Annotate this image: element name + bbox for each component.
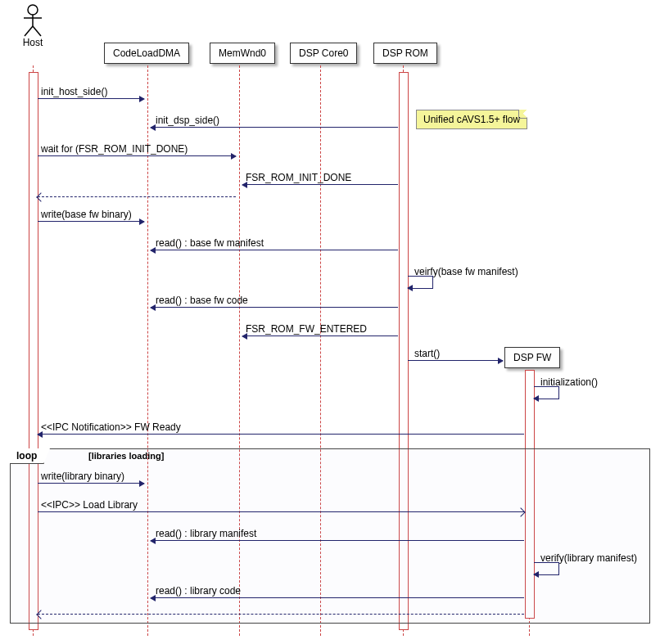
msg-fsr-fw-entered: FSR_ROM_FW_ENTERED xyxy=(246,323,367,335)
arrow xyxy=(242,336,398,336)
msg-start: start() xyxy=(414,348,440,359)
msg-fw-ready: <<IPC Notification>> FW Ready xyxy=(41,421,181,433)
participant-dsprom: DSP ROM xyxy=(373,43,437,64)
participant-dspfw: DSP FW xyxy=(504,347,560,368)
actor-host: Host xyxy=(16,4,49,48)
arrow xyxy=(151,250,398,250)
svg-line-4 xyxy=(33,26,41,36)
arrow xyxy=(151,597,524,598)
msg-wait-for: wait for (FSR_ROM_INIT_DONE) xyxy=(41,143,188,155)
arrow-async xyxy=(38,511,524,512)
arrow xyxy=(38,483,144,484)
arrow xyxy=(38,155,236,156)
msg-fsr-rom-init-done: FSR_ROM_INIT_DONE xyxy=(246,172,351,183)
msg-load-library: <<IPC>> Load Library xyxy=(41,499,138,511)
msg-write-library: write(library binary) xyxy=(41,471,124,482)
participant-codeloaddma: CodeLoadDMA xyxy=(104,43,189,64)
arrow xyxy=(151,307,398,308)
loop-title: [libraries loading] xyxy=(88,451,164,461)
arrow xyxy=(38,98,144,99)
msg-write-base-fw: write(base fw binary) xyxy=(41,209,132,220)
selfcall xyxy=(534,386,559,399)
selfcall xyxy=(408,276,433,289)
arrow xyxy=(38,434,524,435)
actor-label: Host xyxy=(16,37,49,48)
arrow-return xyxy=(38,196,236,197)
arrow xyxy=(408,360,503,361)
note: Unified cAVS1.5+ flow xyxy=(416,110,527,129)
arrow xyxy=(151,127,398,128)
msg-read-manifest: read() : base fw manifest xyxy=(156,237,264,249)
svg-point-0 xyxy=(28,5,38,15)
arrow xyxy=(242,184,398,185)
selfcall xyxy=(534,562,559,575)
participant-memwnd0: MemWnd0 xyxy=(210,43,275,64)
msg-init-host-side: init_host_side() xyxy=(41,86,107,97)
msg-read-lib-code: read() : library code xyxy=(156,585,241,597)
sequence-diagram: Host CodeLoadDMA MemWnd0 DSP Core0 DSP R… xyxy=(0,0,660,644)
loop-keyword: loop xyxy=(10,448,44,464)
msg-read-lib-manifest: read() : library manifest xyxy=(156,528,256,539)
msg-read-code: read() : base fw code xyxy=(156,295,248,306)
arrow xyxy=(38,221,144,222)
arrow xyxy=(151,540,524,541)
arrow-return xyxy=(38,614,524,615)
svg-line-3 xyxy=(25,26,33,36)
msg-init-dsp-side: init_dsp_side() xyxy=(156,115,219,126)
stickman-icon xyxy=(20,4,45,37)
participant-dspcore0: DSP Core0 xyxy=(290,43,357,64)
